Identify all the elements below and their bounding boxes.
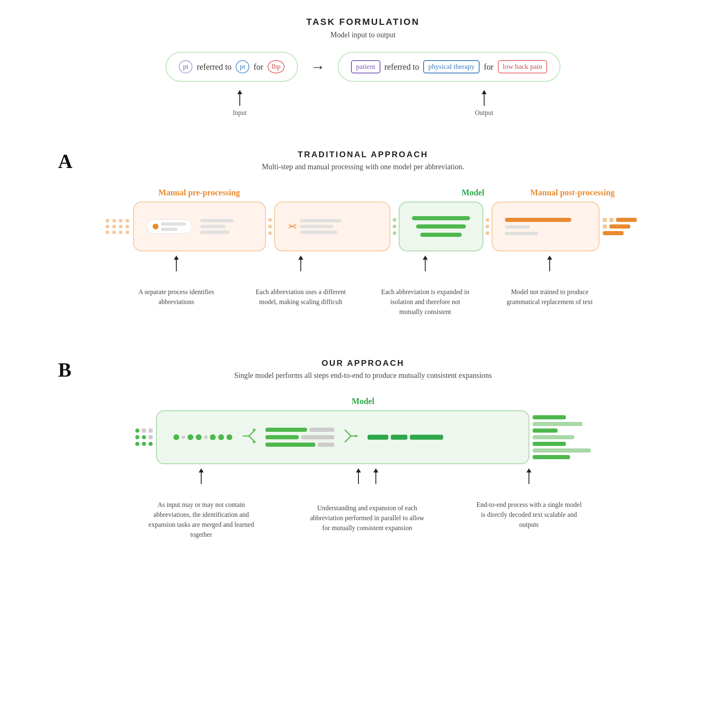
section-a-container: A TRADITIONAL APPROACH Multi-step and ma… (33, 150, 693, 317)
trad-label-postproc: Manual post-processing (514, 188, 631, 197)
trad-caption-3: Each abbreviation is expanded in isolati… (375, 256, 475, 317)
task-diagram: pt referred to pt for lbp → patient refe… (33, 52, 693, 82)
output-text-middle: for (484, 62, 493, 72)
trad-diagram-row: ✂ (33, 202, 693, 251)
svg-line-6 (345, 436, 351, 442)
tag-lbp: lbp (268, 60, 285, 73)
input-text-before: referred to (197, 62, 231, 72)
our-caption-1: As input may or may not contain abbrevia… (139, 468, 263, 540)
our-caption-3: End-to-end process with a single model i… (471, 468, 587, 540)
trad-box-postproc (492, 202, 599, 251)
input-arrow (237, 90, 242, 106)
trad-caption-1: A separate process identifies abbreviati… (127, 256, 226, 317)
our-output-lines (368, 435, 443, 440)
task-section: TASK FORMULATION Model input to output p… (33, 17, 693, 117)
traditional-title: TRADITIONAL APPROACH (33, 150, 693, 159)
mini-search-box (146, 219, 192, 234)
trad-label-preproc: Manual pre-processing (129, 188, 270, 197)
input-box: pt referred to pt for lbp (166, 52, 298, 82)
our-caption-row: As input may or may not contain abbrevia… (33, 468, 693, 540)
our-desc: Single model performs all steps end-to-e… (33, 371, 693, 380)
trad-caption-2: Each abbreviation uses a different model… (251, 256, 351, 317)
output-label-text: Output (475, 109, 493, 117)
our-input-dots (173, 434, 232, 440)
trad-right-dots (603, 218, 620, 235)
svg-line-2 (249, 436, 255, 442)
tag-pt-input: pt (179, 60, 192, 73)
our-section: B OUR APPROACH Single model performs all… (33, 350, 693, 540)
traditional-desc: Multi-step and manual processing with on… (33, 163, 693, 171)
trad-labels-row: Manual pre-processing Model Manual post-… (33, 188, 693, 197)
trad-caption-row: A separate process identifies abbreviati… (33, 256, 693, 317)
traditional-header: TRADITIONAL APPROACH Multi-step and manu… (33, 150, 693, 171)
output-text-before: referred to (385, 62, 419, 72)
section-b-container: B OUR APPROACH Single model performs all… (33, 358, 693, 540)
connector-3 (483, 218, 492, 235)
our-right-blocks (533, 415, 591, 459)
section-b-label: B (58, 358, 71, 381)
fork-arrow-icon (241, 426, 257, 449)
tag-phystherapy: physical therapy (423, 60, 480, 73)
page-container: TASK FORMULATION Model input to output p… (0, 0, 726, 589)
trad-label-preproc2 (290, 188, 431, 197)
our-model-label: Model (33, 397, 693, 406)
traditional-section: A TRADITIONAL APPROACH Multi-step and ma… (33, 141, 693, 317)
our-model-box (156, 410, 529, 464)
input-label-group: Input (233, 90, 247, 117)
input-to-output-arrow: → (310, 58, 325, 75)
output-arrow (482, 90, 487, 106)
fork-arrow-icon-2 (343, 426, 359, 449)
connector-1 (266, 218, 274, 235)
trad-left-dots (106, 219, 130, 234)
scissors-icon: ✂ (287, 220, 297, 233)
our-left-dots (135, 429, 153, 446)
input-label-text: Input (233, 109, 247, 117)
trad-box-preproc1 (133, 202, 266, 251)
io-label-row: Input Output (33, 90, 693, 117)
output-box: patient referred to physical therapy for… (338, 52, 560, 82)
svg-line-5 (345, 430, 351, 436)
tag-patient: patient (351, 60, 380, 73)
trad-label-model: Model (431, 188, 514, 197)
output-label-group: Output (475, 90, 493, 117)
svg-marker-8 (355, 435, 358, 437)
our-caption-2: Understanding and expansion of each abbr… (305, 468, 429, 540)
connector-2 (390, 218, 399, 235)
tag-lowbackpain: low back pain (498, 60, 547, 73)
our-diagram-row (33, 410, 693, 464)
our-expansion-lines (266, 428, 334, 447)
our-title: OUR APPROACH (33, 358, 693, 368)
task-title: TASK FORMULATION (33, 17, 693, 27)
trad-box-model (399, 202, 483, 251)
svg-line-1 (249, 430, 255, 436)
trad-caption-4: Model not trained to produce grammatical… (500, 256, 599, 317)
our-header: OUR APPROACH Single model performs all s… (33, 358, 693, 380)
trad-box-preproc2: ✂ (274, 202, 390, 251)
task-subtitle: Model input to output (33, 31, 693, 39)
input-text-middle: for (253, 62, 263, 72)
section-a-label: A (58, 150, 73, 173)
tag-pt-blue: pt (236, 60, 249, 73)
